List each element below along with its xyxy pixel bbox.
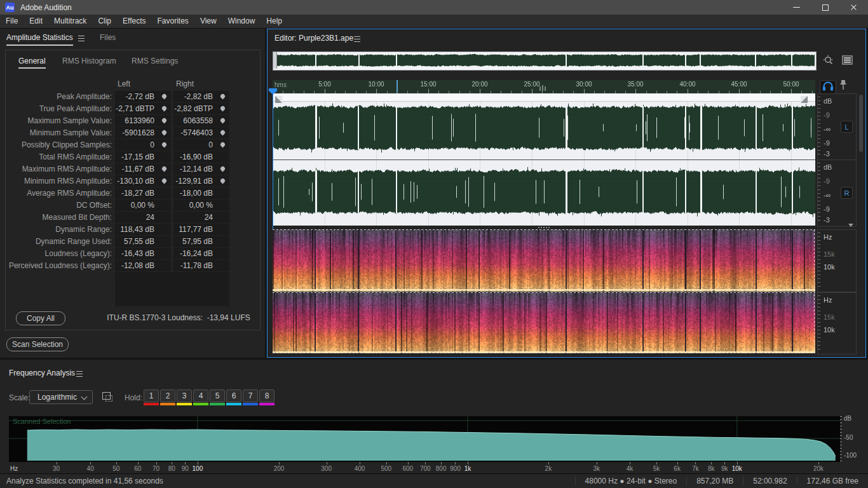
ruler-tick <box>325 89 325 93</box>
hold-button-1[interactable]: 1 <box>144 390 159 402</box>
channel-r-button[interactable]: R <box>841 187 853 199</box>
copy-graph-icon[interactable] <box>102 392 114 402</box>
freq-tick <box>198 462 198 464</box>
marker-pin-icon[interactable] <box>161 142 168 148</box>
menu-view[interactable]: View <box>194 15 222 28</box>
hold-button-7[interactable]: 7 <box>243 390 258 402</box>
menu-edit[interactable]: Edit <box>24 15 48 28</box>
amplitude-statistics-panel: Amplitude Statistics Files Copy All ITU-… <box>0 29 265 358</box>
marker-pin-icon[interactable] <box>161 178 168 184</box>
timeline-ruler[interactable]: hms 5:0010:0015:0020:0025:0030:0035:0040… <box>273 80 815 93</box>
vertical-scrollbar[interactable] <box>859 95 863 152</box>
frequency-graph[interactable]: Scanned Selection <box>9 416 840 462</box>
marker-pin-icon[interactable] <box>161 93 168 100</box>
freq-tick-label: 200 <box>274 465 285 472</box>
menu-clip[interactable]: Clip <box>92 15 117 28</box>
channel-l-button[interactable]: L <box>841 121 853 133</box>
editor-panel-menu-icon[interactable] <box>354 36 360 42</box>
monitor-headphones-button[interactable] <box>820 80 836 94</box>
stats-tab-rms-settings[interactable]: RMS Settings <box>132 57 178 65</box>
marker-pin-icon[interactable] <box>220 105 226 112</box>
marker-pin-icon[interactable] <box>220 142 226 148</box>
db-scale-label: -9 <box>824 206 830 213</box>
stats-tab-general[interactable]: General <box>18 57 46 69</box>
menu-help[interactable]: Help <box>261 15 288 28</box>
menu-multitrack[interactable]: Multitrack <box>48 15 92 28</box>
freq-tick-label: 500 <box>381 465 391 472</box>
hold-color-strip <box>226 403 241 405</box>
marker-pin-icon[interactable] <box>220 178 226 184</box>
pin-icon[interactable] <box>839 79 847 93</box>
marker-pin-icon[interactable] <box>161 105 168 112</box>
stat-value: 0 <box>150 139 154 151</box>
marker-pin-icon[interactable] <box>220 93 226 100</box>
tab-amplitude-statistics[interactable]: Amplitude Statistics <box>6 33 73 46</box>
db-scale-left: dB-9-∞-9-3L <box>817 93 857 161</box>
hold-button-2[interactable]: 2 <box>160 390 175 402</box>
freq-tick-label: 400 <box>355 465 365 472</box>
copy-all-button[interactable]: Copy All <box>16 311 65 325</box>
restore-button[interactable] <box>811 0 839 15</box>
freq-panel-menu-icon[interactable] <box>76 371 83 377</box>
stat-value: -17,15 dB <box>121 151 154 163</box>
ruler-time-label: 30:00 <box>576 81 592 88</box>
scale-collapse-arrow-icon[interactable] <box>848 224 853 227</box>
panel-menu-icon[interactable] <box>78 36 85 41</box>
marker-pin-icon[interactable] <box>220 130 226 136</box>
stat-value: 117,77 dB <box>179 224 213 235</box>
tab-frequency-analysis[interactable]: Frequency Analysis <box>9 369 75 377</box>
hold-buttons: 12345678 <box>144 390 296 406</box>
zoom-navigate-icon[interactable] <box>822 54 835 67</box>
stat-value-cell: -16,90 dB <box>173 151 229 163</box>
stat-value: -5901628 <box>122 127 154 139</box>
stat-label: Possibly Clipped Samples: <box>6 139 112 151</box>
stat-value-cell: 0,00 % <box>115 200 171 211</box>
hold-button-4[interactable]: 4 <box>193 390 208 402</box>
stat-value-cell: -17,15 dB <box>115 151 171 163</box>
menu-window[interactable]: Window <box>222 15 261 28</box>
selection-corner-handle-left[interactable] <box>275 96 282 103</box>
stat-value: 118,43 dB <box>120 224 154 235</box>
tab-files[interactable]: Files <box>100 33 116 42</box>
status-segment: 52:00.982 <box>743 477 796 485</box>
ruler-tick <box>376 89 377 93</box>
menu-file[interactable]: File <box>0 15 24 28</box>
hz-scale-label: 10k <box>824 327 835 334</box>
selection-corner-handle-right[interactable] <box>801 96 808 103</box>
menu-favorites[interactable]: Favorites <box>152 15 194 28</box>
stat-label: Measured Bit Depth: <box>6 212 112 223</box>
stats-tab-rms-histogram[interactable]: RMS Histogram <box>62 57 116 65</box>
hold-button-6[interactable]: 6 <box>226 390 241 402</box>
hold-button-3[interactable]: 3 <box>177 390 192 402</box>
stat-label: Loudness (Legacy): <box>6 248 112 259</box>
close-button[interactable] <box>839 0 868 15</box>
marker-pin-icon[interactable] <box>161 130 168 136</box>
overview-left-handle[interactable] <box>273 52 277 69</box>
hold-button-8[interactable]: 8 <box>259 390 275 402</box>
stat-value-cell: -12,14 dB <box>173 163 229 175</box>
scan-selection-button[interactable]: Scan Selection <box>6 337 69 351</box>
scale-dropdown[interactable]: Logarithmic <box>29 390 93 404</box>
minimize-button[interactable] <box>782 0 811 15</box>
db-scale-label: -9 <box>824 112 830 119</box>
marker-pin-icon[interactable] <box>220 118 226 124</box>
menu-effects[interactable]: Effects <box>117 15 151 28</box>
tab-editor-file[interactable]: Editor: Purple23B1.ape <box>275 34 353 43</box>
marker-pin-icon[interactable] <box>161 166 168 172</box>
stat-label: True Peak Amplitude: <box>6 103 112 114</box>
stat-value: -5746403 <box>180 127 213 139</box>
overview-waveform[interactable] <box>273 52 815 69</box>
freq-tick <box>57 462 57 464</box>
freq-tick <box>425 462 426 464</box>
marker-pin-icon[interactable] <box>220 166 226 172</box>
overview-navigator[interactable] <box>273 51 817 71</box>
timeline-marker-icon[interactable] <box>539 85 546 92</box>
waveform-display[interactable] <box>273 93 815 226</box>
freq-tick <box>327 462 327 464</box>
hold-button-5[interactable]: 5 <box>210 390 225 402</box>
ruler-time-label: 45:00 <box>731 81 747 88</box>
spectrogram-display[interactable] <box>273 229 815 353</box>
marker-pin-icon[interactable] <box>161 118 168 124</box>
layers-list-icon[interactable] <box>841 54 854 67</box>
timeline-unit-label: hms <box>275 81 287 88</box>
